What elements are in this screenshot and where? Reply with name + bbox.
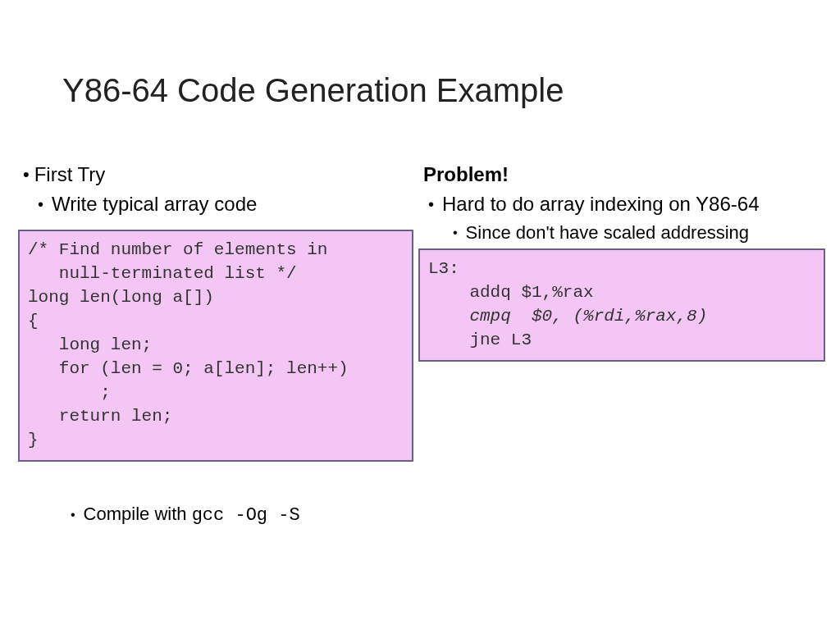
bullet-dot-icon: • <box>71 508 75 522</box>
right-column: Problem! • Hard to do array indexing on … <box>425 162 827 249</box>
code-line-1: L3: <box>428 259 459 278</box>
left-heading-row: • First Try <box>23 162 409 187</box>
right-bullet-1: Hard to do array indexing on Y86-64 <box>442 192 759 217</box>
right-subbullet-1: Since don't have scaled addressing <box>466 221 749 244</box>
right-heading-row: Problem! <box>423 162 827 187</box>
code-line-2: addq $1,%rax <box>428 283 594 302</box>
bullet-dot-icon: • <box>38 192 43 217</box>
right-subbullet-1-row: • Since don't have scaled addressing <box>453 221 827 244</box>
code-line-4: jne L3 <box>428 330 532 349</box>
compile-prefix: Compile with <box>84 504 192 524</box>
right-code-block: L3: addq $1,%rax cmpq $0, (%rdi,%rax,8) … <box>418 248 825 362</box>
left-heading: First Try <box>34 162 106 187</box>
bullet-dot-icon: • <box>453 221 458 244</box>
compile-command: gcc -Og -S <box>192 505 300 526</box>
left-bullet-1: Write typical array code <box>52 192 257 217</box>
bullet-dot-icon: • <box>428 192 434 217</box>
right-bullet-1-row: • Hard to do array indexing on Y86-64 <box>425 192 827 217</box>
compile-text: Compile with gcc -Og -S <box>84 504 300 526</box>
slide-title: Y86-64 Code Generation Example <box>62 72 564 109</box>
bullet-dot-icon: • <box>23 162 30 187</box>
code-line-3: cmpq $0, (%rdi,%rax,8) <box>428 307 707 326</box>
left-column: • First Try • Write typical array code <box>23 162 409 221</box>
left-bullet-1-row: • Write typical array code <box>34 192 409 217</box>
compile-row: • Compile with gcc -Og -S <box>71 504 300 526</box>
left-code-block: /* Find number of elements in null-termi… <box>18 230 413 462</box>
right-heading: Problem! <box>423 162 509 187</box>
